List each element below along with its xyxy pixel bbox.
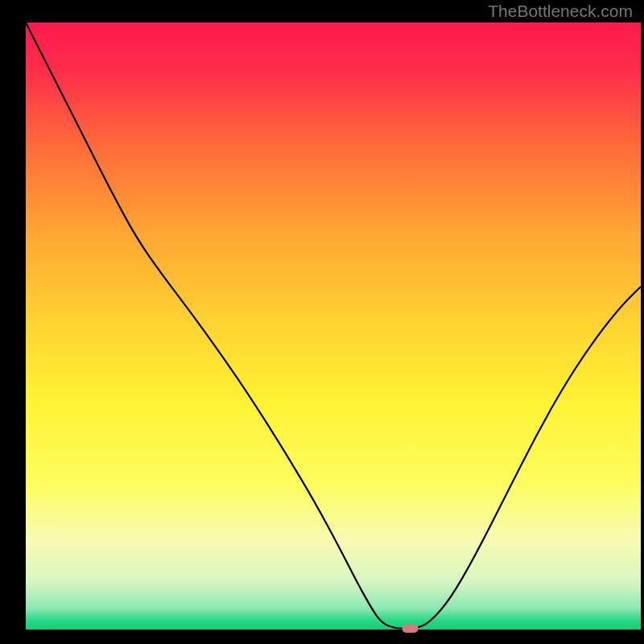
bottleneck-curve-chart bbox=[0, 0, 644, 644]
chart-plot-area bbox=[26, 23, 641, 630]
watermark-text: TheBottleneck.com bbox=[488, 2, 633, 21]
optimal-point-marker bbox=[402, 624, 419, 633]
chart-container: TheBottleneck.com bbox=[0, 0, 644, 644]
